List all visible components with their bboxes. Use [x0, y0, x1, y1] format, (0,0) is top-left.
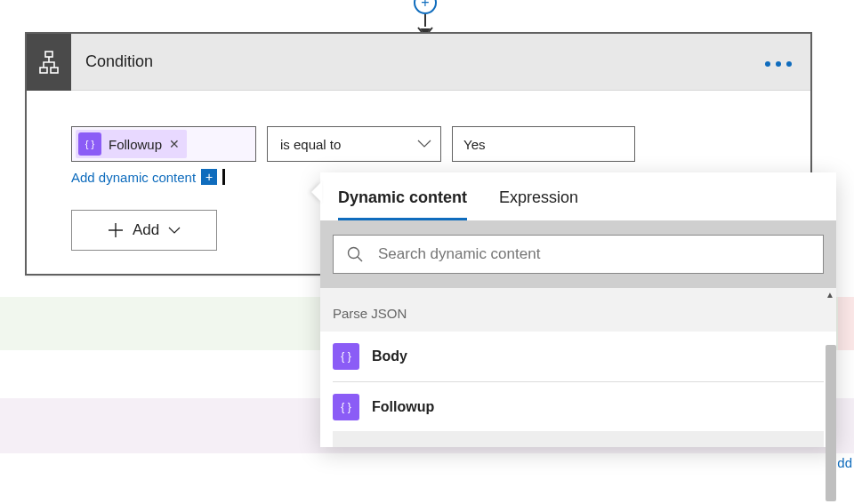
dynamic-item-body[interactable]: { } Body: [333, 332, 824, 381]
scroll-up-caret-icon[interactable]: ▲: [826, 290, 834, 300]
operator-label: is equal to: [280, 137, 341, 152]
search-box[interactable]: [333, 235, 824, 274]
tab-dynamic-content[interactable]: Dynamic content: [338, 188, 467, 220]
svg-text:{ }: { }: [85, 139, 95, 149]
item-label: Body: [372, 348, 407, 364]
svg-text:{ }: { }: [341, 401, 350, 413]
dynamic-content-plus-icon[interactable]: +: [201, 169, 217, 185]
add-dynamic-content-link[interactable]: Add dynamic content: [71, 170, 196, 185]
value-text: Yes: [463, 137, 485, 152]
dynamic-content-popover: Dynamic content Expression Parse JSON ▲ …: [320, 172, 836, 447]
add-step-plus-icon[interactable]: +: [414, 0, 437, 14]
chevron-down-icon: [417, 140, 431, 148]
search-input[interactable]: [376, 244, 810, 264]
svg-rect-2: [51, 68, 58, 73]
search-icon: [346, 245, 364, 263]
card-header: Condition: [27, 34, 810, 91]
token-remove-icon[interactable]: ✕: [169, 137, 180, 151]
token-label: Followup: [109, 137, 162, 152]
section-parse-json: Parse JSON ▲: [320, 288, 836, 332]
add-row-button[interactable]: Add: [71, 210, 217, 251]
condition-icon: [27, 34, 71, 91]
add-button-label: Add: [133, 221, 159, 239]
card-menu-button[interactable]: [746, 54, 810, 70]
plus-icon: [108, 222, 124, 238]
svg-line-5: [358, 257, 362, 261]
chevron-down-icon: [168, 227, 181, 235]
json-icon: { }: [78, 132, 101, 156]
text-cursor: [222, 169, 225, 185]
svg-point-4: [349, 248, 359, 259]
condition-right-operand[interactable]: Yes: [452, 126, 635, 162]
popover-tabs: Dynamic content Expression: [320, 172, 836, 220]
dynamic-item-followup[interactable]: { } Followup: [333, 381, 824, 431]
card-title: Condition: [85, 52, 746, 71]
bg-no-strip: [838, 297, 854, 350]
fragment-text: dd: [837, 455, 852, 470]
item-label: Followup: [372, 399, 434, 415]
scrollbar-thumb[interactable]: [826, 345, 836, 501]
svg-text:{ }: { }: [341, 350, 350, 363]
svg-rect-1: [40, 68, 47, 73]
list-trailing-divider: [333, 431, 824, 447]
search-strip: [320, 220, 836, 288]
dynamic-token-followup: { } Followup ✕: [76, 130, 187, 158]
tab-expression[interactable]: Expression: [499, 188, 578, 220]
condition-left-operand[interactable]: { } Followup ✕: [71, 126, 256, 162]
popover-pointer: [311, 181, 322, 203]
json-icon: { }: [333, 394, 359, 420]
section-title-text: Parse JSON: [333, 306, 407, 321]
condition-operator-select[interactable]: is equal to: [267, 126, 441, 162]
dynamic-items-list: { } Body { } Followup: [320, 332, 836, 431]
svg-rect-0: [45, 52, 52, 57]
condition-row: { } Followup ✕ is equal to Yes: [71, 126, 766, 162]
json-icon: { }: [333, 343, 359, 370]
